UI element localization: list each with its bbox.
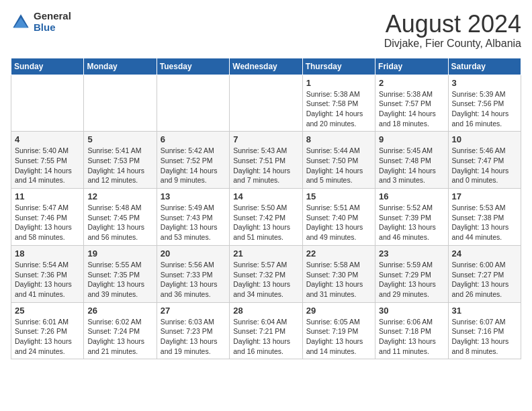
- day-info: Sunrise: 5:59 AM Sunset: 7:29 PM Dayligh…: [379, 260, 444, 300]
- calendar-cell: 31Sunrise: 6:07 AM Sunset: 7:16 PM Dayli…: [448, 302, 521, 359]
- calendar-cell: [157, 75, 229, 132]
- calendar-cell: 24Sunrise: 6:00 AM Sunset: 7:27 PM Dayli…: [448, 245, 521, 302]
- calendar-week-1: 1Sunrise: 5:38 AM Sunset: 7:58 PM Daylig…: [11, 75, 521, 132]
- day-number: 13: [161, 191, 226, 201]
- day-number: 6: [161, 134, 226, 144]
- day-info: Sunrise: 6:06 AM Sunset: 7:18 PM Dayligh…: [379, 317, 444, 357]
- day-info: Sunrise: 5:47 AM Sunset: 7:46 PM Dayligh…: [15, 203, 80, 242]
- day-number: 7: [233, 134, 298, 144]
- calendar-week-4: 18Sunrise: 5:54 AM Sunset: 7:36 PM Dayli…: [11, 245, 521, 302]
- day-info: Sunrise: 5:38 AM Sunset: 7:58 PM Dayligh…: [306, 89, 371, 129]
- day-number: 24: [452, 248, 517, 259]
- day-info: Sunrise: 5:54 AM Sunset: 7:36 PM Dayligh…: [15, 260, 80, 300]
- calendar-header-row: SundayMondayTuesdayWednesdayThursdayFrid…: [11, 58, 521, 75]
- day-number: 4: [15, 134, 80, 144]
- calendar-cell: 16Sunrise: 5:52 AM Sunset: 7:39 PM Dayli…: [375, 189, 448, 246]
- day-number: 28: [233, 306, 298, 316]
- day-number: 8: [306, 134, 371, 144]
- calendar-cell: 17Sunrise: 5:53 AM Sunset: 7:38 PM Dayli…: [448, 189, 521, 246]
- day-number: 9: [379, 134, 444, 144]
- calendar-cell: 3Sunrise: 5:39 AM Sunset: 7:56 PM Daylig…: [448, 75, 521, 132]
- day-info: Sunrise: 5:50 AM Sunset: 7:42 PM Dayligh…: [233, 203, 298, 242]
- calendar-week-5: 25Sunrise: 6:01 AM Sunset: 7:26 PM Dayli…: [11, 302, 521, 359]
- calendar-week-3: 11Sunrise: 5:47 AM Sunset: 7:46 PM Dayli…: [11, 189, 521, 246]
- calendar-cell: [11, 75, 84, 132]
- col-header-sunday: Sunday: [11, 58, 84, 75]
- day-number: 29: [306, 306, 371, 316]
- calendar-cell: 5Sunrise: 5:41 AM Sunset: 7:53 PM Daylig…: [84, 132, 157, 189]
- col-header-wednesday: Wednesday: [230, 58, 302, 75]
- day-number: 22: [306, 248, 371, 259]
- day-info: Sunrise: 5:46 AM Sunset: 7:47 PM Dayligh…: [452, 146, 517, 185]
- day-info: Sunrise: 6:04 AM Sunset: 7:21 PM Dayligh…: [233, 317, 298, 357]
- day-info: Sunrise: 5:43 AM Sunset: 7:51 PM Dayligh…: [233, 146, 298, 185]
- day-number: 5: [87, 134, 152, 144]
- day-info: Sunrise: 6:05 AM Sunset: 7:19 PM Dayligh…: [306, 317, 371, 357]
- calendar-cell: 22Sunrise: 5:58 AM Sunset: 7:30 PM Dayli…: [302, 245, 375, 302]
- day-number: 31: [452, 306, 517, 316]
- calendar-cell: 7Sunrise: 5:43 AM Sunset: 7:51 PM Daylig…: [230, 132, 302, 189]
- day-info: Sunrise: 5:52 AM Sunset: 7:39 PM Dayligh…: [379, 203, 444, 242]
- calendar-cell: 12Sunrise: 5:48 AM Sunset: 7:45 PM Dayli…: [84, 189, 157, 246]
- day-info: Sunrise: 5:58 AM Sunset: 7:30 PM Dayligh…: [306, 260, 371, 300]
- day-info: Sunrise: 5:53 AM Sunset: 7:38 PM Dayligh…: [452, 203, 517, 242]
- day-number: 11: [15, 191, 80, 201]
- day-number: 16: [379, 191, 444, 201]
- logo-text: General Blue: [34, 11, 71, 33]
- calendar-cell: 1Sunrise: 5:38 AM Sunset: 7:58 PM Daylig…: [302, 75, 375, 132]
- day-number: 23: [379, 248, 444, 259]
- col-header-tuesday: Tuesday: [157, 58, 229, 75]
- day-number: 14: [233, 191, 298, 201]
- calendar-cell: 6Sunrise: 5:42 AM Sunset: 7:52 PM Daylig…: [157, 132, 229, 189]
- logo-blue-text: Blue: [34, 22, 71, 34]
- calendar-cell: 18Sunrise: 5:54 AM Sunset: 7:36 PM Dayli…: [11, 245, 84, 302]
- day-number: 19: [87, 248, 152, 259]
- day-number: 21: [233, 248, 298, 259]
- day-number: 18: [15, 248, 80, 259]
- calendar-week-2: 4Sunrise: 5:40 AM Sunset: 7:55 PM Daylig…: [11, 132, 521, 189]
- calendar-cell: [230, 75, 302, 132]
- calendar-cell: 25Sunrise: 6:01 AM Sunset: 7:26 PM Dayli…: [11, 302, 84, 359]
- day-info: Sunrise: 5:42 AM Sunset: 7:52 PM Dayligh…: [161, 146, 226, 185]
- day-info: Sunrise: 6:01 AM Sunset: 7:26 PM Dayligh…: [15, 317, 80, 357]
- day-info: Sunrise: 5:41 AM Sunset: 7:53 PM Dayligh…: [87, 146, 152, 185]
- calendar-cell: 4Sunrise: 5:40 AM Sunset: 7:55 PM Daylig…: [11, 132, 84, 189]
- title-block: August 2024 Divjake, Fier County, Albani…: [384, 11, 521, 50]
- day-number: 26: [87, 306, 152, 316]
- day-number: 10: [452, 134, 517, 144]
- day-number: 20: [161, 248, 226, 259]
- calendar-cell: 19Sunrise: 5:55 AM Sunset: 7:35 PM Dayli…: [84, 245, 157, 302]
- day-number: 2: [379, 78, 444, 88]
- col-header-friday: Friday: [375, 58, 448, 75]
- day-info: Sunrise: 5:40 AM Sunset: 7:55 PM Dayligh…: [15, 146, 80, 185]
- day-info: Sunrise: 6:00 AM Sunset: 7:27 PM Dayligh…: [452, 260, 517, 300]
- calendar-cell: 8Sunrise: 5:44 AM Sunset: 7:50 PM Daylig…: [302, 132, 375, 189]
- calendar-cell: 23Sunrise: 5:59 AM Sunset: 7:29 PM Dayli…: [375, 245, 448, 302]
- calendar-cell: 21Sunrise: 5:57 AM Sunset: 7:32 PM Dayli…: [230, 245, 302, 302]
- day-info: Sunrise: 5:45 AM Sunset: 7:48 PM Dayligh…: [379, 146, 444, 185]
- col-header-thursday: Thursday: [302, 58, 375, 75]
- calendar-cell: 9Sunrise: 5:45 AM Sunset: 7:48 PM Daylig…: [375, 132, 448, 189]
- calendar-cell: 20Sunrise: 5:56 AM Sunset: 7:33 PM Dayli…: [157, 245, 229, 302]
- calendar-cell: 14Sunrise: 5:50 AM Sunset: 7:42 PM Dayli…: [230, 189, 302, 246]
- day-info: Sunrise: 5:51 AM Sunset: 7:40 PM Dayligh…: [306, 203, 371, 242]
- day-info: Sunrise: 6:07 AM Sunset: 7:16 PM Dayligh…: [452, 317, 517, 357]
- day-info: Sunrise: 5:55 AM Sunset: 7:35 PM Dayligh…: [87, 260, 152, 300]
- calendar-cell: 15Sunrise: 5:51 AM Sunset: 7:40 PM Dayli…: [302, 189, 375, 246]
- col-header-monday: Monday: [84, 58, 157, 75]
- day-number: 3: [452, 78, 517, 88]
- calendar-cell: 27Sunrise: 6:03 AM Sunset: 7:23 PM Dayli…: [157, 302, 229, 359]
- logo: General Blue: [11, 11, 71, 33]
- day-info: Sunrise: 5:48 AM Sunset: 7:45 PM Dayligh…: [87, 203, 152, 242]
- day-number: 30: [379, 306, 444, 316]
- day-info: Sunrise: 6:02 AM Sunset: 7:24 PM Dayligh…: [87, 317, 152, 357]
- day-number: 25: [15, 306, 80, 316]
- calendar-cell: 11Sunrise: 5:47 AM Sunset: 7:46 PM Dayli…: [11, 189, 84, 246]
- calendar-cell: [84, 75, 157, 132]
- logo-icon: [11, 12, 31, 32]
- calendar-cell: 13Sunrise: 5:49 AM Sunset: 7:43 PM Dayli…: [157, 189, 229, 246]
- logo-general-text: General: [34, 11, 71, 22]
- calendar-cell: 30Sunrise: 6:06 AM Sunset: 7:18 PM Dayli…: [375, 302, 448, 359]
- calendar-cell: 2Sunrise: 5:38 AM Sunset: 7:57 PM Daylig…: [375, 75, 448, 132]
- col-header-saturday: Saturday: [448, 58, 521, 75]
